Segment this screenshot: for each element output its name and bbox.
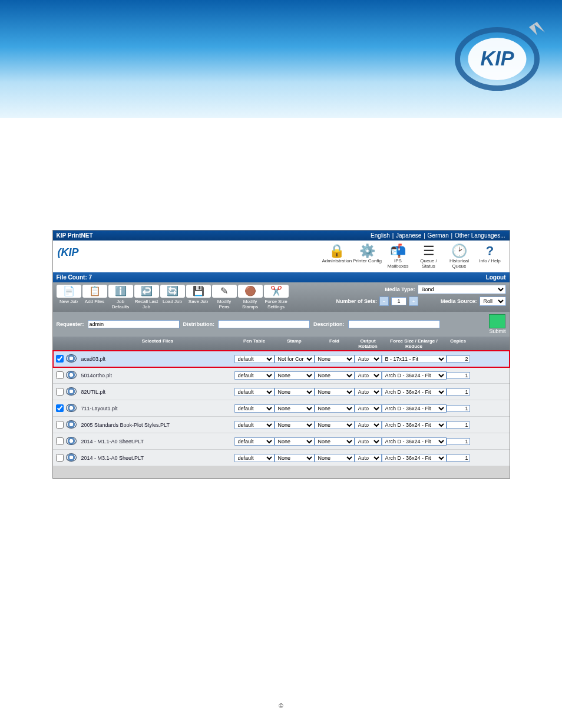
hdr-info-help[interactable]: ? Info / Help xyxy=(475,244,505,269)
preview-icon[interactable] xyxy=(66,404,77,412)
hdr-label: Info / Help xyxy=(479,258,500,263)
fold-select[interactable]: None xyxy=(315,454,355,462)
stamp-select[interactable]: None xyxy=(275,421,315,429)
logout-link[interactable]: Logout xyxy=(486,274,506,281)
row-checkbox[interactable] xyxy=(56,355,64,363)
meta-row: Requester: Distribution: Description: Su… xyxy=(53,312,510,337)
row-checkbox[interactable] xyxy=(56,421,64,429)
copies-input[interactable] xyxy=(447,388,470,396)
submit-button[interactable] xyxy=(489,314,505,328)
rotation-select[interactable]: Auto xyxy=(355,404,382,413)
copies-input[interactable] xyxy=(447,355,470,363)
row-checkbox[interactable] xyxy=(56,437,64,445)
modify-pens-button[interactable]: ✎Modify Pens xyxy=(212,285,237,309)
row-checkbox[interactable] xyxy=(56,454,64,462)
hdr-historical-queue[interactable]: 🕑 Historical Queue xyxy=(445,244,474,269)
app-header: (KIP 🔒 Administration ⚙️ Printer Config … xyxy=(53,241,510,272)
hdr-administration[interactable]: 🔒 Administration xyxy=(322,244,352,269)
job-defaults-button[interactable]: ℹ️Job Defaults xyxy=(108,285,133,309)
force-size-button[interactable]: ✂️Force Size Settings xyxy=(264,285,289,309)
pen-select[interactable]: default xyxy=(234,437,275,446)
language-links: English | Japanese | German | Other Lang… xyxy=(370,232,505,239)
pen-select[interactable]: default xyxy=(234,355,275,363)
hdr-ips-mailboxes[interactable]: 📬 IPS Mailboxes xyxy=(384,244,413,269)
distribution-input[interactable] xyxy=(218,320,310,328)
number-of-sets-input[interactable] xyxy=(391,297,406,305)
requester-input[interactable] xyxy=(88,320,180,328)
tb-label: Job Defaults xyxy=(112,299,129,309)
rotation-select[interactable]: Auto xyxy=(355,437,382,446)
pen-select[interactable]: default xyxy=(234,454,275,462)
recall-last-job-button[interactable]: ↩️Recall Last Job xyxy=(134,285,159,309)
fold-select[interactable]: None xyxy=(315,421,355,429)
fold-select[interactable]: None xyxy=(315,404,355,413)
lang-2[interactable]: German xyxy=(428,232,449,239)
col-pen-table: Pen Table xyxy=(234,338,275,349)
sets-minus-button[interactable]: − xyxy=(379,297,389,306)
size-select[interactable]: Arch D - 36x24 - Fit xyxy=(382,437,447,446)
row-checkbox[interactable] xyxy=(56,371,64,379)
stamp-select[interactable]: None xyxy=(275,371,315,380)
pen-select[interactable]: default xyxy=(234,404,275,413)
preview-icon[interactable] xyxy=(66,420,77,429)
size-select[interactable]: Arch D - 36x24 - Fit xyxy=(382,421,447,429)
reload-icon: 🔄 xyxy=(160,285,185,298)
page-banner: KIP xyxy=(0,0,562,118)
sets-plus-button[interactable]: + xyxy=(409,297,418,306)
copies-input[interactable] xyxy=(447,372,470,379)
copies-input[interactable] xyxy=(447,454,470,462)
preview-icon[interactable] xyxy=(66,453,77,462)
preview-icon[interactable] xyxy=(66,437,77,445)
stamp-select[interactable]: None xyxy=(275,404,315,413)
lang-1[interactable]: Japanese xyxy=(396,232,421,239)
pen-select[interactable]: default xyxy=(234,421,275,429)
preview-icon[interactable] xyxy=(66,354,77,363)
fold-select[interactable]: None xyxy=(315,388,355,396)
tb-label: Recall Last Job xyxy=(135,299,158,309)
hdr-queue-status[interactable]: ☰ Queue / Status xyxy=(414,244,444,269)
stamp-select[interactable]: None xyxy=(275,454,315,462)
preview-icon[interactable] xyxy=(66,387,77,396)
save-job-button[interactable]: 💾Save Job xyxy=(186,285,211,309)
question-icon: ? xyxy=(475,244,505,258)
size-select[interactable]: B - 17x11 - Fit xyxy=(382,355,447,363)
size-select[interactable]: Arch D - 36x24 - Fit xyxy=(382,371,447,380)
pen-select[interactable]: default xyxy=(234,388,275,396)
toolbar-left: 📄New Job 📋Add Files ℹ️Job Defaults ↩️Rec… xyxy=(57,285,289,309)
rotation-select[interactable]: Auto xyxy=(355,355,382,363)
hdr-printer-config[interactable]: ⚙️ Printer Config xyxy=(353,244,382,269)
fold-select[interactable]: None xyxy=(315,437,355,446)
modify-stamps-button[interactable]: 🟤Modify Stamps xyxy=(238,285,263,309)
description-input[interactable] xyxy=(348,320,440,328)
row-checkbox[interactable] xyxy=(56,388,64,396)
lang-3[interactable]: Other Languages... xyxy=(455,232,505,239)
stamp-select[interactable]: None xyxy=(275,437,315,446)
lang-0[interactable]: English xyxy=(371,232,390,239)
save-icon: 💾 xyxy=(186,285,211,298)
size-select[interactable]: Arch D - 36x24 - Fit xyxy=(382,388,447,396)
add-files-button[interactable]: 📋Add Files xyxy=(82,285,107,309)
copies-input[interactable] xyxy=(447,438,470,445)
media-source-select[interactable]: Roll xyxy=(480,297,506,306)
row-checkbox[interactable] xyxy=(56,404,64,412)
rotation-select[interactable]: Auto xyxy=(355,421,382,429)
grid-header: Selected Files Pen Table Stamp Fold Outp… xyxy=(53,337,510,351)
new-job-button[interactable]: 📄New Job xyxy=(57,285,81,309)
size-select[interactable]: Arch D - 36x24 - Fit xyxy=(382,454,447,462)
copies-input[interactable] xyxy=(447,421,470,429)
rotation-select[interactable]: Auto xyxy=(355,371,382,380)
stamp-select[interactable]: None xyxy=(275,388,315,396)
preview-icon[interactable] xyxy=(66,371,77,379)
rotation-select[interactable]: Auto xyxy=(355,388,382,396)
tb-label: Force Size Settings xyxy=(265,299,287,309)
pen-select[interactable]: default xyxy=(234,371,275,380)
fold-select[interactable]: None xyxy=(315,371,355,380)
fold-select[interactable]: None xyxy=(315,355,355,363)
size-select[interactable]: Arch D - 36x24 - Fit xyxy=(382,404,447,413)
stamp-select[interactable]: Not for Constructio xyxy=(275,355,315,363)
toolbar: 📄New Job 📋Add Files ℹ️Job Defaults ↩️Rec… xyxy=(53,282,510,312)
media-type-select[interactable]: Bond xyxy=(418,285,506,294)
rotation-select[interactable]: Auto xyxy=(355,454,382,462)
copies-input[interactable] xyxy=(447,405,470,412)
load-job-button[interactable]: 🔄Load Job xyxy=(160,285,185,309)
